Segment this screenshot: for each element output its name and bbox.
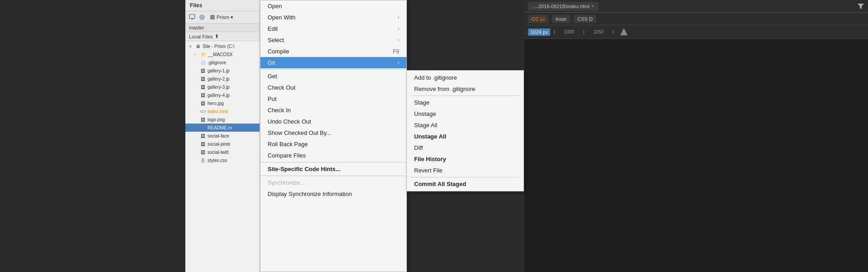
sub-menu-add-gitignore[interactable]: Add to .gitignore xyxy=(407,72,524,83)
submenu-arrow-open-with: › xyxy=(398,15,399,20)
tree-item-styles[interactable]: {} styles.css xyxy=(185,156,259,164)
ruler-handle[interactable] xyxy=(619,27,628,37)
ruler-area: 1024 px | 1000 | 1050 | xyxy=(524,25,868,39)
readme-icon: ✦ xyxy=(200,124,206,131)
local-files-bar: Local Files ⬆ xyxy=(185,32,259,41)
svg-marker-8 xyxy=(620,28,627,35)
image-icon8: 🖼 xyxy=(200,141,206,147)
image-icon7: 🖼 xyxy=(200,133,206,139)
tree-item-gallery4[interactable]: 🖼 gallery-4.jp xyxy=(185,91,259,99)
git-file-icon: ⬡ xyxy=(200,59,206,66)
files-panel-header: Files xyxy=(185,0,259,11)
tree-item-gallery2[interactable]: 🖼 gallery-2.jp xyxy=(185,75,259,83)
sub-menu-remove-gitignore[interactable]: Remove from .gitignore xyxy=(407,83,524,95)
image-icon: 🖼 xyxy=(200,67,206,74)
tree-item-social-face[interactable]: 🖼 social-face xyxy=(185,132,259,140)
menu-item-compare[interactable]: Compare Files xyxy=(260,150,406,161)
tree-item-gitignore[interactable]: ⬡ .gitignore xyxy=(185,58,259,67)
sub-menu-stage-all[interactable]: Stage All xyxy=(407,119,524,131)
git-submenu: Add to .gitignore Remove from .gitignore… xyxy=(406,70,524,191)
menu-item-synchronize: Synchronize... xyxy=(260,177,406,188)
cc-libraries-btn[interactable]: CC Li xyxy=(528,15,548,23)
tree-item-site[interactable]: ∨ 🖥 Site - Prism (C:\ xyxy=(185,42,259,50)
tree-item-readme[interactable]: ✦ README.m xyxy=(185,124,259,132)
html-icon: </> xyxy=(200,108,206,115)
sub-menu-stage[interactable]: Stage xyxy=(407,97,524,108)
expand-icon: ∨ xyxy=(189,44,193,48)
separator-2 xyxy=(260,162,406,162)
tree-item-gallery3[interactable]: 🖼 gallery-3.jp xyxy=(185,83,259,91)
image-icon5: 🖼 xyxy=(200,100,206,106)
svg-rect-0 xyxy=(189,14,195,19)
editor-tab-close-btn[interactable]: × xyxy=(591,4,594,9)
git-sep-1 xyxy=(410,95,520,96)
sub-menu-commit-staged[interactable]: Commit All Staged xyxy=(407,178,524,190)
separator-1 xyxy=(260,69,406,70)
file-tree: ∨ 🖥 Site - Prism (C:\ › 📁 __MACOSX ⬡ .gi… xyxy=(185,41,259,165)
px-indicator: 1024 px xyxy=(528,29,550,36)
tree-item-logo[interactable]: 🖼 logo.png xyxy=(185,115,259,124)
menu-item-edit[interactable]: Edit › xyxy=(260,23,406,34)
sub-menu-revert-file[interactable]: Revert File xyxy=(407,165,524,176)
menu-item-open-with[interactable]: Open With › xyxy=(260,12,406,23)
menu-item-compile[interactable]: Compile F9 xyxy=(260,46,406,57)
tree-item-gallery1[interactable]: 🖼 gallery-1.jp xyxy=(185,67,259,75)
expand-icon-macosx: › xyxy=(194,52,199,57)
submenu-arrow-edit: › xyxy=(398,26,399,31)
submenu-arrow-git: › xyxy=(398,60,399,65)
menu-item-open[interactable]: Open xyxy=(260,0,406,12)
menu-item-get[interactable]: Get xyxy=(260,71,406,82)
menu-item-undo-checkout[interactable]: Undo Check Out xyxy=(260,116,406,127)
menu-item-git[interactable]: Git › xyxy=(260,57,406,68)
sub-menu-file-history[interactable]: File History xyxy=(407,153,524,165)
menu-item-show-checked[interactable]: Show Checked Out By... xyxy=(260,127,406,138)
monitor-icon[interactable] xyxy=(188,13,196,21)
menu-item-checkout[interactable]: Check Out xyxy=(260,82,406,93)
context-menu-main: Open Open With › Edit › Select › Compile… xyxy=(260,0,407,272)
sub-menu-diff[interactable]: Diff xyxy=(407,142,524,153)
editor-content xyxy=(524,39,868,272)
tree-item-macosx[interactable]: › 📁 __MACOSX xyxy=(185,50,259,58)
prism-button[interactable]: Prism ▾ xyxy=(208,14,235,21)
separator-3 xyxy=(260,176,406,176)
tree-item-social-twitt[interactable]: 🖼 social-twitt xyxy=(185,148,259,156)
menu-item-display-sync[interactable]: Display Synchronize Information xyxy=(260,188,406,200)
submenu-arrow-select: › xyxy=(398,38,399,43)
branch-bar: master xyxy=(185,24,259,32)
image-icon3: 🖼 xyxy=(200,84,206,90)
left-sidebar xyxy=(0,0,185,272)
computer-icon: 🖥 xyxy=(195,43,201,49)
menu-item-checkin[interactable]: Check In xyxy=(260,105,406,116)
image-icon9: 🖼 xyxy=(200,149,206,155)
menu-item-select[interactable]: Select › xyxy=(260,34,406,46)
menu-item-put[interactable]: Put xyxy=(260,93,406,105)
css-icon: {} xyxy=(200,157,206,163)
filter-icon[interactable] xyxy=(857,3,864,10)
svg-marker-7 xyxy=(858,4,864,9)
insert-btn[interactable]: Inser xyxy=(552,15,570,23)
editor-tab-filename: ...-2016-0921B\index.html xyxy=(533,4,590,9)
image-icon4: 🖼 xyxy=(200,92,206,98)
tree-item-index[interactable]: </> index.html xyxy=(185,107,259,115)
compile-shortcut: F9 xyxy=(393,48,399,55)
editor-panel: ...-2016-0921B\index.html × CC Li Inser … xyxy=(524,0,868,272)
tree-item-social-pinte[interactable]: 🖼 social-pinte xyxy=(185,140,259,148)
tree-item-hero[interactable]: 🖼 hero.jpg xyxy=(185,99,259,107)
menu-item-rollback[interactable]: Roll Back Page xyxy=(260,138,406,150)
image-icon6: 🖼 xyxy=(200,116,206,123)
cc-bar: CC Li Inser CSS D xyxy=(524,13,868,25)
git-sep-2 xyxy=(410,177,520,177)
editor-tab-index[interactable]: ...-2016-0921B\index.html × xyxy=(528,2,599,11)
ruler-numbers: | 1000 | 1050 | xyxy=(554,29,613,34)
editor-tab-bar: ...-2016-0921B\index.html × xyxy=(524,0,868,13)
git-icon[interactable] xyxy=(198,13,206,21)
svg-rect-6 xyxy=(210,15,215,19)
files-toolbar: Prism ▾ xyxy=(185,11,259,24)
css-designer-btn[interactable]: CSS D xyxy=(574,15,596,23)
menu-item-site-hints[interactable]: Site-Specific Code Hints... xyxy=(260,163,406,175)
sub-menu-unstage-all[interactable]: Unstage All xyxy=(407,131,524,142)
sub-menu-unstage[interactable]: Unstage xyxy=(407,108,524,119)
image-icon2: 🖼 xyxy=(200,76,206,82)
folder-icon: 📁 xyxy=(200,51,207,57)
files-panel: Files Prism ▾ master Local File xyxy=(185,0,260,272)
